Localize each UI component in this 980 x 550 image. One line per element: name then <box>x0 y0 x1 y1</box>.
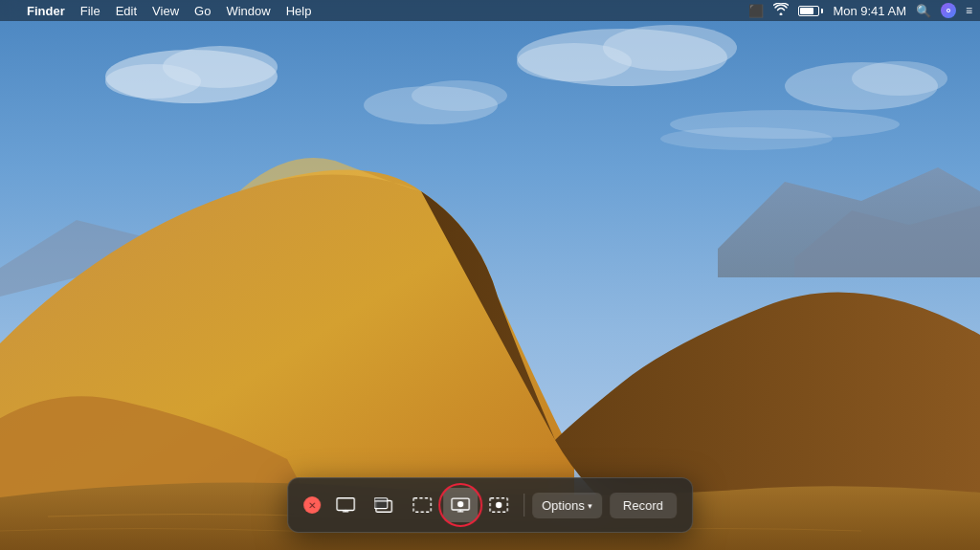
record-button[interactable]: Record <box>610 493 677 518</box>
menubar: Finder File Edit View Go Window Help ⬛ <box>0 0 980 21</box>
help-menu[interactable]: Help <box>286 4 312 18</box>
svg-point-12 <box>660 127 833 150</box>
menubar-right: ⬛ Mon 9:41 AM 🔍 ⚬ ≡ <box>748 3 972 18</box>
control-center-icon[interactable]: ≡ <box>966 4 972 17</box>
svg-rect-18 <box>374 498 388 509</box>
screenshot-toolbar: ✕ <box>287 477 693 533</box>
window-menu[interactable]: Window <box>226 4 270 18</box>
svg-point-6 <box>517 43 632 81</box>
wifi-icon[interactable] <box>773 3 789 18</box>
svg-point-8 <box>852 61 947 96</box>
svg-rect-16 <box>337 498 354 511</box>
capture-window-button[interactable] <box>367 488 401 522</box>
options-button[interactable]: Options ▾ <box>532 493 602 518</box>
capture-selection-button[interactable] <box>405 488 439 522</box>
svg-point-24 <box>496 502 501 508</box>
go-menu[interactable]: Go <box>194 4 211 18</box>
edit-menu[interactable]: Edit <box>116 4 137 18</box>
airplay-icon[interactable]: ⬛ <box>748 4 764 18</box>
svg-point-22 <box>457 501 463 507</box>
svg-point-10 <box>412 80 507 111</box>
svg-rect-20 <box>413 498 431 513</box>
file-menu[interactable]: File <box>80 4 100 18</box>
screen-icon <box>336 495 355 515</box>
capture-entire-screen-button[interactable] <box>328 488 363 522</box>
siri-icon[interactable]: ⚬ <box>941 3 956 18</box>
window-icon <box>374 495 393 515</box>
record-screen-icon <box>451 495 470 515</box>
svg-point-3 <box>105 64 201 99</box>
clock-display: Mon 9:41 AM <box>833 4 906 18</box>
menubar-left: Finder File Edit View Go Window Help <box>8 4 748 18</box>
battery-icon[interactable] <box>798 6 823 16</box>
record-selection-icon <box>489 495 508 515</box>
finder-menu[interactable]: Finder <box>27 4 65 18</box>
options-label: Options <box>542 498 585 513</box>
selection-icon <box>412 495 432 515</box>
view-menu[interactable]: View <box>152 4 179 18</box>
close-icon: ✕ <box>308 500 316 511</box>
options-chevron-icon: ▾ <box>588 501 592 511</box>
record-label: Record <box>623 498 663 513</box>
record-selection-button[interactable] <box>481 488 516 522</box>
record-entire-screen-button[interactable] <box>443 488 478 522</box>
desert-wallpaper <box>0 0 980 550</box>
toolbar-separator <box>523 494 524 517</box>
close-button[interactable]: ✕ <box>303 496 321 514</box>
spotlight-search-icon[interactable]: 🔍 <box>916 4 931 18</box>
